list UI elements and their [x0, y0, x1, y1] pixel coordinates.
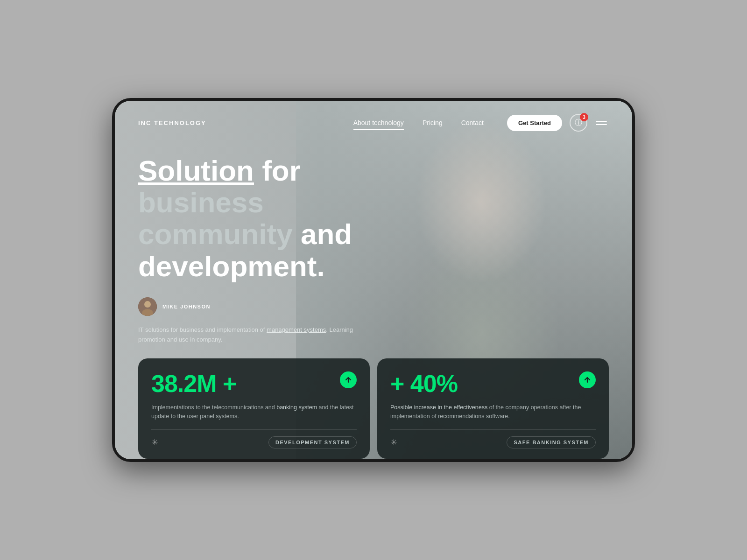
headline-solution: Solution: [138, 154, 254, 187]
nav-link-about[interactable]: About technology: [344, 115, 413, 130]
stat-card-header-1: 38.2M +: [151, 371, 357, 396]
description-before: IT solutions for business and implementa…: [138, 326, 267, 333]
stat-description-2: Possible increase in the effectiveness o…: [390, 403, 596, 421]
arrow-up-icon-1: [344, 376, 352, 384]
stat-arrow-button-2[interactable]: [579, 371, 596, 388]
headline-business-community: business community: [138, 186, 293, 250]
menu-button[interactable]: [594, 119, 609, 127]
stat-arrow-button-1[interactable]: [340, 371, 357, 388]
navbar: INC TECHNOLOGY About technology Pricing …: [115, 101, 632, 141]
author-avatar: [138, 297, 157, 316]
nav-logo: INC TECHNOLOGY: [138, 119, 206, 126]
device-frame: INC TECHNOLOGY About technology Pricing …: [112, 98, 635, 462]
stat-card-footer-1: ✳ DEVELOPMENT SYSTEM: [151, 429, 357, 448]
nav-links: About technology Pricing Contact: [344, 115, 493, 130]
stat-desc-before-1: Implementations to the telecommunication…: [151, 404, 276, 411]
stat-desc-link-2[interactable]: Possible increase in the effectiveness: [390, 404, 487, 411]
menu-line-1: [596, 121, 607, 122]
menu-line-2: [596, 124, 607, 125]
notification-bell[interactable]: ⓘ 3: [570, 114, 587, 132]
stat-number-1: 38.2M +: [151, 371, 236, 396]
stat-label-1: DEVELOPMENT SYSTEM: [268, 436, 357, 448]
hero-description: IT solutions for business and implementa…: [138, 325, 362, 345]
author-name: MIKE JOHNSON: [162, 304, 211, 309]
get-started-button[interactable]: Get Started: [507, 115, 562, 131]
hero-headline: Solution for business community and deve…: [138, 155, 400, 282]
headline-for: for: [254, 154, 301, 187]
arrow-up-icon-2: [583, 376, 592, 384]
device-screen: INC TECHNOLOGY About technology Pricing …: [115, 101, 632, 459]
stats-row: 38.2M + Implementations to the telecommu…: [115, 358, 632, 459]
author-row: MIKE JOHNSON: [138, 297, 609, 316]
svg-point-1: [144, 301, 151, 308]
description-link[interactable]: management systems: [267, 326, 326, 333]
nav-link-contact[interactable]: Contact: [452, 115, 493, 130]
stat-card-banking: + 40% Possible increase in the effective…: [377, 358, 609, 459]
stat-description-1: Implementations to the telecommunication…: [151, 403, 357, 421]
hero-content: Solution for business community and deve…: [115, 141, 632, 344]
stat-desc-link-1[interactable]: banking system: [276, 404, 317, 411]
stat-card-header-2: + 40%: [390, 371, 596, 396]
nav-link-pricing[interactable]: Pricing: [413, 115, 452, 130]
notification-badge: 3: [580, 113, 588, 121]
stat-number-2: + 40%: [390, 371, 458, 396]
stat-card-development: 38.2M + Implementations to the telecommu…: [138, 358, 370, 459]
stat-card-footer-2: ✳ SAFE BANKING SYSTEM: [390, 429, 596, 448]
stat-asterisk-2: ✳: [390, 437, 397, 448]
stat-label-2: SAFE BANKING SYSTEM: [507, 436, 596, 448]
stat-asterisk-1: ✳: [151, 437, 158, 448]
